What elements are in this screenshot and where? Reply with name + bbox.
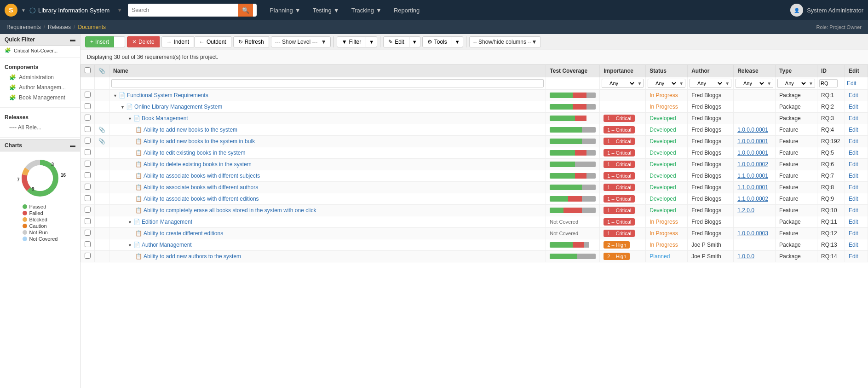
release-link[interactable]: 1.0.0.0.0002 [737, 161, 768, 168]
app-logo[interactable]: S [5, 4, 17, 17]
row-checkbox[interactable] [85, 195, 91, 201]
refresh-button[interactable]: ↻ Refresh [233, 36, 269, 47]
charts-collapse[interactable]: ▬ [70, 142, 75, 149]
filter-type-select[interactable]: -- Any -- ▼ [777, 79, 815, 88]
sidebar-all-releases[interactable]: ---- All Rele... [0, 122, 80, 133]
expand-icon[interactable]: ▼ [113, 93, 117, 98]
row-edit-link[interactable]: Edit [849, 92, 858, 98]
expand-icon[interactable]: ▼ [128, 220, 132, 225]
type-select-input[interactable]: -- Any -- [778, 79, 807, 87]
quick-filter-critical[interactable]: 🧩 Critical Not-Cover... [0, 46, 80, 55]
row-edit-link[interactable]: Edit [849, 184, 858, 191]
filter-id-input[interactable] [819, 79, 838, 87]
insert-button[interactable]: + Insert [85, 36, 114, 47]
filter-name-input[interactable] [111, 79, 544, 87]
row-edit-link[interactable]: Edit [849, 138, 858, 145]
release-select-input[interactable]: -- Any -- [736, 79, 765, 87]
row-checkbox[interactable] [85, 241, 91, 247]
row-edit-link[interactable]: Edit [849, 150, 858, 156]
req-name-link[interactable]: Ability to associate books with differen… [144, 173, 260, 179]
col-header-coverage[interactable]: Test Coverage [546, 65, 600, 77]
row-checkbox[interactable] [85, 253, 91, 259]
row-edit-link[interactable]: Edit [849, 230, 858, 237]
col-header-type[interactable]: Type [776, 65, 817, 77]
release-link[interactable]: 1.1.0.0.0002 [737, 196, 768, 202]
req-name-link[interactable]: Ability to add new books to the system i… [144, 138, 255, 145]
row-checkbox[interactable] [85, 92, 91, 98]
status-select-input[interactable]: -- Any -- [648, 79, 678, 87]
row-checkbox[interactable] [85, 149, 91, 155]
nav-item-reporting[interactable]: Reporting [388, 4, 425, 17]
row-edit-link[interactable]: Edit [849, 104, 858, 110]
delete-button[interactable]: ✕ Delete [127, 36, 160, 47]
col-header-status[interactable]: Status [646, 65, 688, 77]
req-name-link[interactable]: Functional System Requirements [127, 92, 208, 98]
nav-item-tracking[interactable]: Tracking ▼ [346, 4, 387, 17]
sidebar-item-author-management[interactable]: 🧩 Author Managem... [0, 82, 80, 93]
row-edit-link[interactable]: Edit [849, 161, 858, 168]
expand-icon[interactable]: ▼ [128, 243, 132, 248]
release-link[interactable]: 1.0.0.0.0001 [737, 138, 768, 145]
row-checkbox[interactable] [85, 126, 91, 132]
insert-dropdown[interactable]: ▼ [114, 36, 125, 47]
req-name-link[interactable]: Ability to add new books to the system [144, 127, 237, 133]
col-header-release[interactable]: Release [734, 65, 776, 77]
release-link[interactable]: 1.0.0.0.0001 [737, 127, 768, 133]
filter-author-select[interactable]: -- Any -- ▼ [690, 79, 731, 88]
releases-header[interactable]: Releases [0, 112, 80, 122]
release-link[interactable]: 1.1.0.0.0001 [737, 184, 768, 191]
row-edit-link[interactable]: Edit [849, 242, 858, 248]
req-name-link[interactable]: Online Library Management System [134, 104, 222, 110]
show-level-select[interactable]: --- Show Level --- ▼ [271, 36, 331, 47]
col-header-author[interactable]: Author [688, 65, 734, 77]
breadcrumb-releases[interactable]: Releases [48, 24, 71, 30]
nav-item-testing[interactable]: Testing ▼ [307, 4, 345, 17]
outdent-button[interactable]: ← Outdent [194, 36, 231, 47]
req-name-link[interactable]: Ability to edit existing books in the sy… [144, 150, 245, 156]
filter-dropdown[interactable]: ▼ [366, 36, 377, 47]
row-checkbox[interactable] [85, 184, 91, 190]
req-name-link[interactable]: Ability to add new authors to the system [144, 253, 241, 260]
req-name-link[interactable]: Ability to associate books with differen… [144, 196, 259, 202]
release-link[interactable]: 1.0.0.0.0003 [737, 230, 768, 237]
filter-release-select[interactable]: -- Any -- ▼ [736, 79, 773, 88]
expand-icon[interactable]: ▼ [121, 105, 125, 110]
row-edit-link[interactable]: Edit [849, 219, 858, 225]
filter-importance-select[interactable]: -- Any -- ▼ [602, 79, 644, 88]
release-link[interactable]: 1.0.0.0.0001 [737, 150, 768, 156]
row-checkbox[interactable] [85, 103, 91, 109]
filter-button[interactable]: ▼ Filter [337, 36, 367, 47]
author-select-input[interactable]: -- Any -- [690, 79, 724, 87]
row-edit-link[interactable]: Edit [849, 173, 858, 179]
req-name-link[interactable]: Ability to create different editions [144, 230, 223, 237]
sidebar-item-administration[interactable]: 🧩 Administration [0, 72, 80, 82]
col-header-name[interactable]: Name [109, 65, 546, 77]
importance-select-input[interactable]: -- Any -- [602, 79, 636, 87]
sidebar-item-book-management[interactable]: 🧩 Book Management [0, 93, 80, 103]
select-all-checkbox[interactable] [85, 67, 91, 73]
components-header[interactable]: Components [0, 62, 80, 72]
req-name-link[interactable]: Book Management [142, 115, 188, 122]
row-edit-link[interactable]: Edit [849, 207, 858, 214]
quick-filter-collapse[interactable]: ▬ [70, 36, 75, 43]
tools-dropdown[interactable]: ▼ [452, 36, 463, 47]
col-header-importance[interactable]: Importance [600, 65, 646, 77]
row-checkbox[interactable] [85, 207, 91, 213]
row-checkbox[interactable] [85, 172, 91, 178]
req-name-link[interactable]: Ability to delete existing books in the … [144, 161, 252, 168]
row-edit-link[interactable]: Edit [849, 127, 858, 133]
row-checkbox[interactable] [85, 230, 91, 236]
filter-edit-link[interactable]: Edit [847, 80, 857, 87]
row-edit-link[interactable]: Edit [849, 253, 858, 260]
nav-item-planning[interactable]: Planning ▼ [264, 4, 306, 17]
row-checkbox[interactable] [85, 115, 91, 121]
edit-dropdown[interactable]: ▼ [409, 36, 420, 47]
search-input[interactable] [128, 5, 238, 15]
release-link[interactable]: 1.0.0.0 [737, 253, 754, 260]
req-name-link[interactable]: Edition Management [142, 219, 192, 225]
breadcrumb-documents[interactable]: Documents [78, 24, 106, 30]
indent-button[interactable]: → Indent [161, 36, 194, 47]
req-name-link[interactable]: Ability to completely erase all books st… [144, 207, 316, 214]
show-hide-select[interactable]: -- Show/hide columns -- ▼ [469, 36, 541, 47]
col-header-id[interactable]: ID [817, 65, 845, 77]
